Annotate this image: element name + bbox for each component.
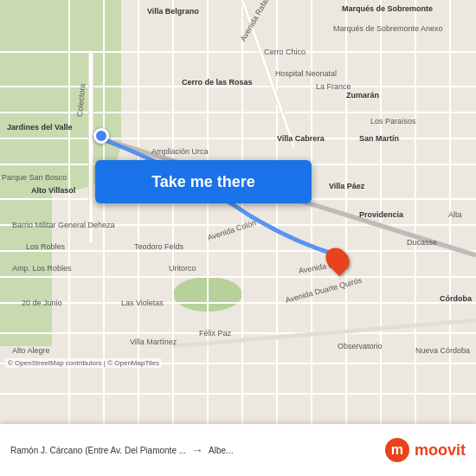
- take-me-there-button[interactable]: Take me there: [95, 160, 312, 203]
- destination-marker: [327, 247, 348, 273]
- map-container: Take me there Villa BelgranoMarqués de S…: [0, 0, 476, 424]
- current-location-dot: [93, 128, 109, 144]
- bottom-bar: Ramón J. Cárcano (Entre Av. Del Piamonte…: [0, 424, 476, 476]
- moovit-text: moovit: [415, 441, 466, 460]
- osm-credit: © OpenStreetMap contributors | © OpenMap…: [5, 358, 162, 368]
- route-from: Ramón J. Cárcano (Entre Av. Del Piamonte…: [10, 446, 186, 455]
- moovit-icon: m: [385, 438, 409, 462]
- route-to: Albe...: [209, 446, 233, 455]
- svg-line-26: [242, 0, 294, 147]
- route-info: Ramón J. Cárcano (Entre Av. Del Piamonte…: [10, 443, 385, 457]
- moovit-logo: m moovit: [385, 438, 466, 462]
- route-arrow: →: [191, 443, 203, 457]
